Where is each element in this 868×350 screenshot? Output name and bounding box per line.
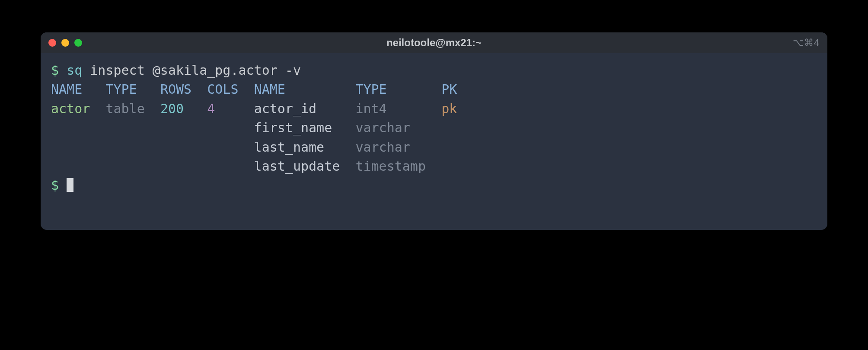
close-icon[interactable] [48, 39, 56, 47]
cell-col-name: last_name [254, 140, 325, 155]
zoom-icon[interactable] [74, 39, 82, 47]
header-rows: ROWS [160, 82, 191, 97]
output-row: actor table 200 4 actor_id int4 pk [51, 99, 817, 118]
cell-col-name: actor_id [254, 101, 317, 116]
prompt-symbol: $ [51, 63, 59, 78]
terminal-body[interactable]: $ sq inspect @sakila_pg.actor -v NAME TY… [41, 53, 827, 230]
header-name2: NAME [254, 82, 285, 97]
output-row: first_name varchar [51, 118, 817, 137]
prompt-symbol: $ [51, 178, 59, 193]
cell-col-name: last_update [254, 159, 340, 174]
header-pk: PK [441, 82, 457, 97]
cell-col-type: timestamp [355, 159, 426, 174]
header-name1: NAME [51, 82, 82, 97]
header-type2: TYPE [355, 82, 386, 97]
cell-col-pk: pk [441, 101, 457, 116]
cell-table-type: table [105, 101, 144, 116]
cell-rows: 200 [160, 101, 184, 116]
titlebar[interactable]: neilotoole@mx21:~ ⌥⌘4 [41, 32, 827, 53]
tab-indicator: ⌥⌘4 [793, 37, 820, 48]
cell-col-type: int4 [355, 101, 386, 116]
output-header-row: NAME TYPE ROWS COLS NAME TYPE PK [51, 80, 817, 99]
traffic-lights [48, 39, 82, 47]
header-cols: COLS [207, 82, 238, 97]
header-type1: TYPE [105, 82, 137, 97]
cell-col-type: varchar [355, 140, 410, 155]
terminal-window: neilotoole@mx21:~ ⌥⌘4 $ sq inspect @saki… [41, 32, 827, 230]
prompt-line[interactable]: $ [51, 176, 817, 195]
window-title: neilotoole@mx21:~ [386, 37, 482, 49]
cell-col-name: first_name [254, 120, 332, 135]
cell-table-name: actor [51, 101, 90, 116]
command-line: $ sq inspect @sakila_pg.actor -v [51, 61, 817, 80]
command-bin: sq [67, 63, 82, 78]
output-row: last_name varchar [51, 138, 817, 157]
cell-col-type: varchar [355, 120, 410, 135]
output-row: last_update timestamp [51, 157, 817, 176]
minimize-icon[interactable] [61, 39, 69, 47]
command-args: inspect @sakila_pg.actor -v [90, 63, 301, 78]
cursor-icon [67, 178, 73, 192]
cell-cols: 4 [207, 101, 215, 116]
